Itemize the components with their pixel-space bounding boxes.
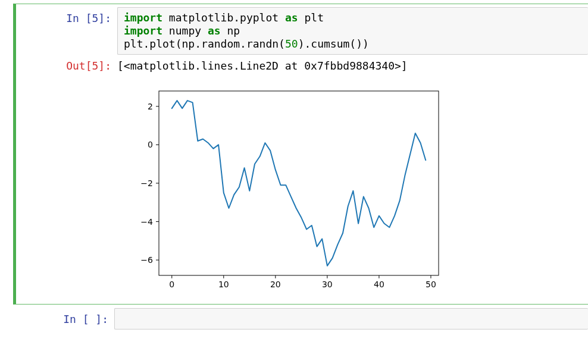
notebook: In [5]: import matplotlib.pyplot as plt … <box>0 0 588 364</box>
svg-text:0: 0 <box>148 140 153 149</box>
code-editor[interactable]: import matplotlib.pyplot as plt import n… <box>117 7 588 55</box>
code-cell-5[interactable]: In [5]: import matplotlib.pyplot as plt … <box>13 4 588 305</box>
svg-text:2: 2 <box>148 102 153 111</box>
kw-import: import <box>124 24 162 37</box>
input-prompt: In [5]: <box>16 7 117 24</box>
svg-text:0: 0 <box>169 280 174 289</box>
output-prompt: Out[5]: <box>16 55 117 72</box>
svg-text:20: 20 <box>270 280 281 289</box>
kw-import: import <box>124 11 162 24</box>
svg-text:30: 30 <box>322 280 333 289</box>
kw-as: as <box>208 24 221 37</box>
matplotlib-figure: −6−4−20201020304050 <box>117 79 451 299</box>
literal-50: 50 <box>285 37 298 50</box>
module-mpl: matplotlib.pyplot <box>162 11 285 24</box>
figure-row: −6−4−20201020304050 <box>16 72 588 299</box>
svg-text:50: 50 <box>426 280 436 289</box>
svg-rect-0 <box>159 91 439 275</box>
input-prompt: In [ ]: <box>13 308 114 325</box>
svg-text:40: 40 <box>374 280 384 289</box>
output-text: [<matplotlib.lines.Line2D at 0x7fbbd9884… <box>117 55 588 72</box>
module-numpy: numpy <box>162 24 208 37</box>
svg-text:−6: −6 <box>140 255 153 265</box>
kw-as: as <box>285 11 298 24</box>
output-row: Out[5]: [<matplotlib.lines.Line2D at 0x7… <box>16 55 588 72</box>
figure-prompt-spacer <box>16 72 117 77</box>
empty-code-cell[interactable]: In [ ]: <box>13 308 588 330</box>
call-plot: plt.plot(np.random.randn( <box>124 37 285 50</box>
input-row: In [ ]: <box>13 308 588 330</box>
code-editor[interactable] <box>114 308 588 330</box>
call-plot-rest: ).cumsum()) <box>298 37 369 50</box>
svg-text:−2: −2 <box>140 178 153 188</box>
input-row: In [5]: import matplotlib.pyplot as plt … <box>16 7 588 55</box>
alias-plt: plt <box>298 11 324 24</box>
svg-text:−4: −4 <box>140 217 153 227</box>
chart-output: −6−4−20201020304050 <box>117 72 588 299</box>
alias-np: np <box>221 24 240 37</box>
svg-text:10: 10 <box>218 280 229 289</box>
